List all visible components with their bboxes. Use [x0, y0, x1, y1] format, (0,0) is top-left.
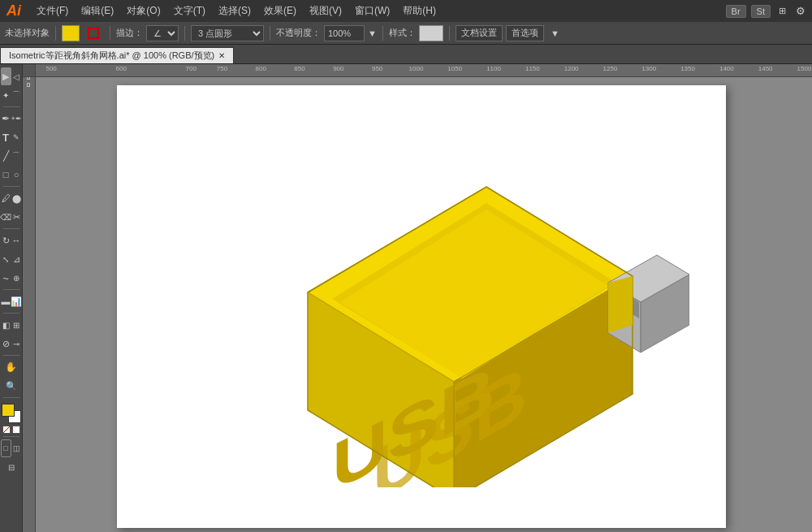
tab-close-button[interactable]: ✕: [218, 51, 225, 60]
title-right-buttons: Br St ⊞ ⚙: [726, 5, 806, 18]
magic-lasso-group: ✦ ⌒: [1, 86, 22, 104]
search-icon[interactable]: ⚙: [796, 5, 806, 17]
bridge-button[interactable]: Br: [726, 5, 746, 18]
ruler-corner: [23, 64, 36, 77]
preferences-arrow[interactable]: ▼: [551, 28, 559, 38]
style-swatch[interactable]: [419, 25, 443, 41]
brush-select[interactable]: ∠: [146, 25, 179, 41]
select-tool[interactable]: ▶: [1, 67, 11, 85]
canvas-white: USB USB: [117, 85, 726, 528]
menu-window[interactable]: 窗口(W): [349, 2, 395, 19]
draw-behind-mode[interactable]: ◫: [11, 439, 22, 457]
fill-color-swatch[interactable]: [62, 25, 80, 41]
options-bar: 未选择对象 描边： ∠ 3 点圆形 不透明度： ▼ 样式： 文档设置 首选项 ▼: [0, 22, 812, 45]
direct-select-tool[interactable]: ◁: [11, 67, 22, 85]
rect-tool[interactable]: □: [1, 166, 11, 184]
menu-object[interactable]: 对象(O): [121, 2, 166, 19]
white-swatch[interactable]: [12, 426, 20, 434]
none-stroke-swatches: [2, 426, 20, 434]
ruler-label-1100: 1100: [486, 65, 501, 72]
none-swatch[interactable]: [2, 426, 11, 434]
opt-separator-2: [110, 26, 110, 41]
preferences-button[interactable]: 首选项: [506, 25, 544, 41]
reflect-tool[interactable]: ↔: [11, 231, 22, 249]
pen-group: ✒ +✒: [1, 110, 22, 128]
ruler-label-1300: 1300: [641, 65, 656, 72]
stroke-indicator: [83, 25, 104, 41]
screen-mode[interactable]: ⊟: [2, 458, 21, 476]
type-tool[interactable]: T: [1, 128, 11, 146]
pen-tool[interactable]: ✒: [1, 110, 11, 128]
fg-bg-swatches: [2, 404, 21, 423]
measure-tool[interactable]: ⊸: [11, 335, 22, 353]
stock-button[interactable]: St: [751, 5, 771, 18]
lasso-tool[interactable]: ⌒: [11, 86, 22, 104]
tool-sep-7: [3, 397, 19, 398]
opt-separator-5: [382, 26, 383, 41]
eraser-tool[interactable]: ⌫: [1, 208, 11, 226]
menu-select[interactable]: 选择(S): [213, 2, 257, 19]
ruler-h-ticks: 500 600 700 750 800 850 900 950 1000 105…: [36, 64, 812, 76]
brush-tool[interactable]: 🖊: [1, 189, 11, 207]
graph-tool[interactable]: ▬: [1, 292, 11, 310]
usb-drive-container: USB USB: [259, 162, 689, 487]
menu-edit[interactable]: 编辑(E): [76, 2, 119, 19]
title-bar: Ai 文件(F) 编辑(E) 对象(O) 文字(T) 选择(S) 效果(E) 视…: [0, 0, 812, 22]
canvas-with-ruler: 400 450 500 550 600 650 700 750 800 850: [23, 77, 812, 532]
menu-file[interactable]: 文件(F): [31, 2, 74, 19]
blob-brush-tool[interactable]: ⬤: [11, 189, 22, 207]
ruler-label-500: 500: [45, 65, 56, 72]
line-tool[interactable]: ╱: [1, 147, 11, 165]
stroke-box[interactable]: [88, 28, 99, 39]
ruler-label-1450: 1450: [758, 65, 773, 72]
ruler-label-1200: 1200: [564, 65, 579, 72]
tool-sep-2: [3, 186, 19, 187]
arc-tool[interactable]: ⌒: [11, 147, 22, 165]
mesh-tool[interactable]: ⊞: [11, 316, 22, 334]
type-area-tool[interactable]: ✎: [11, 128, 22, 146]
foreground-color-swatch[interactable]: [2, 404, 15, 417]
gradient-tool[interactable]: ◧: [1, 316, 11, 334]
magic-wand-tool[interactable]: ✦: [1, 86, 11, 104]
menu-type[interactable]: 文字(T): [168, 2, 211, 19]
main-layout: ▶ ◁ ✦ ⌒ ✒ +✒ T ✎ ╱ ⌒ □ ○ 🖊 ⬤ ⌫: [0, 64, 812, 532]
select-tool-group: ▶ ◁: [1, 67, 22, 85]
ruler-label-1500: 1500: [797, 65, 812, 72]
no-selection-label: 未选择对象: [5, 27, 50, 39]
ruler-horizontal: 500 600 700 750 800 850 900 950 1000 105…: [23, 64, 812, 77]
tool-sep-6: [3, 355, 19, 356]
graph2-tool[interactable]: 📊: [11, 292, 22, 310]
document-tab[interactable]: Isometric等距视角斜角网格.ai* @ 100% (RGB/预览) ✕: [0, 47, 234, 63]
brush-label: 描边：: [116, 27, 143, 39]
doc-settings-button[interactable]: 文档设置: [456, 25, 503, 41]
ruler-label-1250: 1250: [603, 65, 618, 72]
eyedropper-tool[interactable]: ⊘: [1, 335, 11, 353]
graph-group: ▬ 📊: [1, 292, 22, 310]
rotate-tool[interactable]: ↻: [1, 231, 11, 249]
canvas[interactable]: USB USB: [36, 77, 812, 532]
opacity-input[interactable]: [324, 25, 365, 41]
anchor-tool[interactable]: +✒: [11, 110, 22, 128]
menu-help[interactable]: 帮助(H): [397, 2, 442, 19]
scissors-tool[interactable]: ✂: [11, 208, 22, 226]
warp-group: ~ ⊕: [1, 269, 22, 287]
ruler-vertical: 400 450 500 550 600 650 700 750 800 850: [23, 77, 36, 532]
zoom-tool[interactable]: 🔍: [2, 377, 21, 395]
type-group: T ✎: [1, 128, 22, 146]
ellipse-tool[interactable]: ○: [11, 166, 22, 184]
brush-type-select[interactable]: 3 点圆形: [191, 25, 264, 41]
shear-tool[interactable]: ⊿: [11, 250, 22, 268]
menu-view[interactable]: 视图(V): [304, 2, 348, 19]
warp-tool[interactable]: ~: [1, 269, 11, 287]
menu-effect[interactable]: 效果(E): [258, 2, 302, 19]
draw-normal-mode[interactable]: □: [1, 439, 11, 457]
hand-tool[interactable]: ✋: [2, 358, 21, 376]
puppet-warp-tool[interactable]: ⊕: [11, 269, 22, 287]
opacity-label: 不透明度：: [276, 27, 321, 39]
workspace-icon[interactable]: ⊞: [779, 6, 786, 16]
ruler-label-900: 900: [333, 65, 343, 72]
scale-tool[interactable]: ⤡: [1, 250, 11, 268]
usb-drive-svg: USB USB: [259, 162, 689, 487]
opacity-arrow[interactable]: ▼: [368, 28, 377, 38]
color-swatch-area: [2, 404, 21, 434]
